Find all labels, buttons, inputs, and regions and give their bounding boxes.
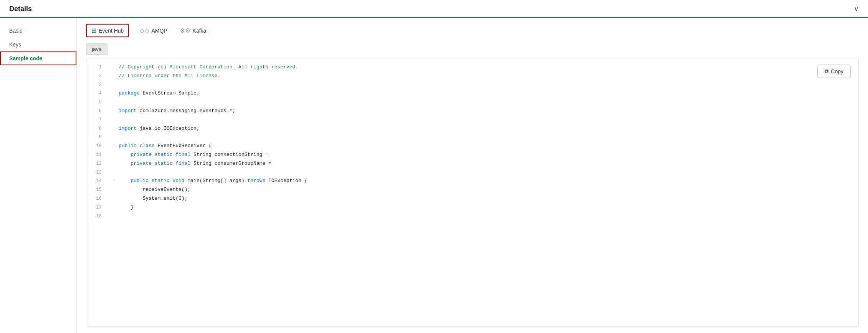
sidebar: Basic Keys Sample code [0,18,77,333]
code-comment: // Copyright (c) Microsoft Corporation. … [119,64,298,70]
code-keyword: import [119,108,137,114]
collapse-icon[interactable]: ∨ [854,5,859,17]
right-panel: ⊞ Event Hub ◇◇ AMQP ⚙⚙ Kafka java [77,18,868,333]
line-number: 11 [89,151,102,159]
table-row: 14− public static void main(String[] arg… [86,177,858,186]
line-number: 8 [89,125,102,133]
code-plain [119,178,131,184]
table-row: 4package EventStream.Sample; [86,89,858,98]
code-plain [152,161,155,166]
code-text: import com.azure.messaging.eventhubs.*; [119,107,852,115]
table-row: 8import java.io.IOException; [86,124,858,133]
code-plain [119,152,131,157]
table-row: 10−public class EventHubReceiver { [86,142,858,151]
code-plain [137,143,140,149]
code-plain: IOException { [265,178,307,184]
tab-kafka[interactable]: ⚙⚙ Kafka [178,25,208,36]
kafka-icon: ⚙⚙ [180,27,190,34]
code-text: System.exit(0); [119,195,852,203]
code-lines: 1// Copyright (c) Microsoft Corporation.… [86,63,858,220]
copy-icon: ⧉ [825,68,828,75]
code-keyword: public [131,178,149,184]
code-keyword: static [152,178,170,184]
code-keyword: import [119,126,137,131]
code-keyword: private [131,152,152,157]
code-plain: EventHubReceiver { [155,143,212,149]
details-header: Details ∨ [0,0,868,18]
copy-button[interactable]: ⧉ Copy [817,65,851,78]
code-text: package EventStream.Sample; [119,89,852,98]
collapse-toggle[interactable]: − [111,177,117,184]
code-plain: EventStream.Sample; [140,90,200,96]
line-number: 16 [89,195,102,202]
table-row: 6import com.azure.messaging.eventhubs.*; [86,107,858,116]
code-keyword: final [175,161,190,166]
table-row: 2// Licensed under the MIT License. [86,72,858,81]
code-text: // Copyright (c) Microsoft Corporation. … [119,63,852,71]
code-plain: String consumerGroupName = [190,161,271,166]
code-plain: java.io.IOException; [137,126,200,131]
code-text [119,169,852,177]
code-text [119,116,852,124]
line-number: 10 [89,142,102,150]
table-row: 9 [86,133,858,142]
protocol-tabs: ⊞ Event Hub ◇◇ AMQP ⚙⚙ Kafka [86,24,859,37]
code-text [119,212,852,220]
copy-label: Copy [831,68,843,75]
table-row: 15 receiveEvents(); [86,186,858,194]
tab-event-hub[interactable]: ⊞ Event Hub [86,24,129,37]
code-text: import java.io.IOException; [119,125,852,133]
line-number: 7 [89,116,102,124]
code-keyword: public [119,143,137,149]
code-keyword: void [172,178,184,184]
sidebar-item-basic[interactable]: Basic [0,24,76,38]
sidebar-item-sample-code[interactable]: Sample code [0,51,76,65]
code-comment: // Licensed under the MIT License. [119,73,220,79]
code-keyword: static [155,161,173,166]
table-row: 16 System.exit(0); [86,194,858,203]
language-tab-java[interactable]: java [86,43,107,55]
code-text: receiveEvents(); [119,186,852,194]
code-plain: receiveEvents(); [119,187,190,192]
tab-kafka-label: Kafka [193,28,207,34]
amqp-icon: ◇◇ [140,27,149,34]
line-number: 9 [89,133,102,141]
code-plain: main(String[] args) [185,178,248,184]
line-number: 1 [89,63,102,71]
collapse-toggle[interactable]: − [111,142,117,149]
table-row: 3 [86,81,858,89]
line-number: 13 [89,169,102,176]
code-keyword: throws [248,178,266,184]
code-plain [149,178,152,184]
code-plain [119,161,131,166]
code-keyword: package [119,90,140,96]
line-number: 4 [89,89,102,97]
event-hub-icon: ⊞ [91,27,96,34]
page-title: Details [9,5,32,17]
page-container: Details ∨ Basic Keys Sample code ⊞ Event… [0,0,868,333]
code-plain: com.azure.messaging.eventhubs.*; [137,108,235,114]
code-text: public class EventHubReceiver { [119,142,852,150]
sidebar-item-keys[interactable]: Keys [0,38,76,51]
line-number: 5 [89,98,102,106]
tab-amqp[interactable]: ◇◇ AMQP [138,25,169,36]
code-text: // Licensed under the MIT License. [119,72,852,80]
line-number: 15 [89,186,102,194]
code-plain: System.exit(0); [119,195,187,201]
code-plain: String connectionString = [190,152,268,157]
code-keyword: final [175,152,190,157]
table-row: 11 private static final String connectio… [86,151,858,159]
tab-amqp-label: AMQP [151,28,167,34]
code-text [119,133,852,141]
line-number: 12 [89,160,102,167]
code-text: } [119,204,852,212]
code-plain [152,152,155,157]
code-keyword: static [155,152,173,157]
table-row: 1// Copyright (c) Microsoft Corporation.… [86,63,858,72]
line-number: 2 [89,72,102,80]
table-row: 13 [86,168,858,177]
code-text: private static final String consumerGrou… [119,160,852,168]
line-number: 14 [89,177,102,185]
line-number: 17 [89,204,102,211]
table-row: 17 } [86,203,858,212]
